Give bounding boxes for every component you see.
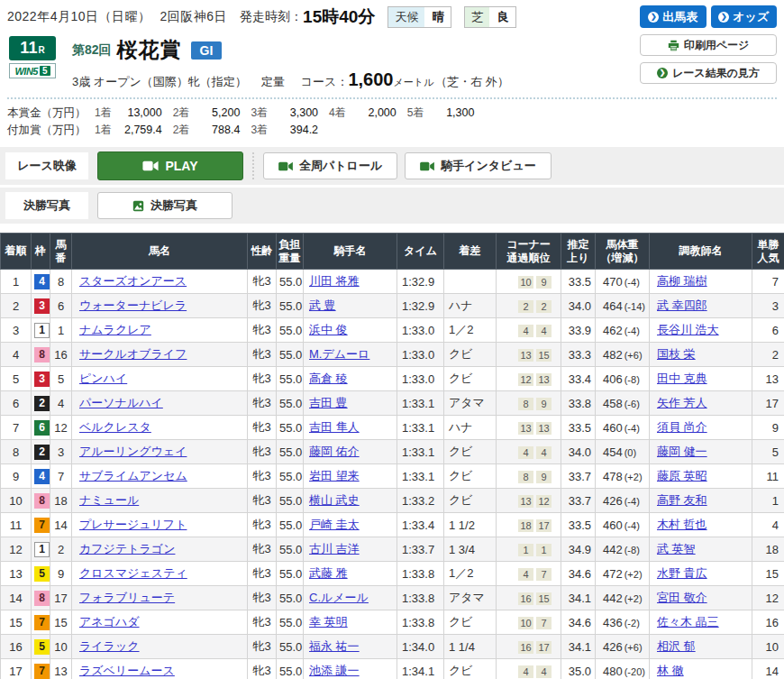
trainer-link[interactable]: 相沢 郁 — [657, 639, 696, 653]
popularity-cell: 4 — [752, 513, 784, 537]
jockey-link[interactable]: 古川 吉洋 — [309, 542, 360, 555]
jockey-link[interactable]: 池添 謙一 — [309, 664, 360, 677]
margin-cell: クビ — [444, 367, 497, 391]
trainer-link[interactable]: 水野 貴広 — [657, 566, 707, 580]
sex-age-cell: 牝3 — [248, 440, 277, 464]
jockey-link[interactable]: 浜中 俊 — [309, 323, 348, 336]
race-title-block: 第82回 桜花賞 GI 3歳 オープン（国際）牝（指定） 定量 コース： 1,6… — [72, 36, 509, 90]
horse-name-link[interactable]: アルーリングウェイ — [79, 445, 187, 458]
body-weight-value: 458 — [603, 397, 623, 410]
horse-name-link[interactable]: ピンハイ — [79, 372, 127, 385]
horse-name-link[interactable]: クロスマジェスティ — [79, 566, 187, 580]
jockey-link[interactable]: 幸 英明 — [309, 615, 348, 629]
trainer-link[interactable]: 高野 友和 — [657, 493, 707, 507]
body-weight-value: 480 — [603, 665, 623, 678]
results-tbody: 1 4 8 スターズオンアース 牝3 55.0 川田 将雅 1:32.9 109… — [1, 270, 784, 679]
play-video-button[interactable]: PLAY — [97, 151, 243, 180]
patrol-video-button[interactable]: 全周パトロール — [263, 152, 397, 179]
last3f-cell: 33.5 — [561, 513, 596, 537]
horse-name-link[interactable]: サブライムアンセム — [79, 469, 187, 482]
horse-name-link[interactable]: カフジテトラゴン — [79, 542, 175, 555]
corner-position: 9 — [536, 398, 552, 410]
popularity-cell: 2 — [752, 343, 784, 367]
trainer-link[interactable]: 林 徹 — [657, 664, 684, 677]
trainer-link[interactable]: 国枝 栄 — [657, 347, 696, 361]
finish-photo-button[interactable]: 決勝写真 — [97, 192, 232, 219]
start-time-value: 15時40分 — [303, 5, 375, 29]
body-weight-cell: 460(-4) — [596, 513, 650, 537]
trainer-link[interactable]: 藤原 英昭 — [657, 469, 707, 482]
jockey-link[interactable]: 武 豊 — [309, 298, 336, 312]
corner-position: 15 — [536, 349, 552, 362]
jockey-cell: 福永 祐一 — [304, 635, 397, 659]
trainer-link[interactable]: 武 英智 — [657, 542, 696, 555]
frame-cell: 3 — [32, 294, 50, 318]
horse-name-cell: サブライムアンセム — [72, 464, 248, 489]
horse-number-cell: 1 — [50, 318, 72, 343]
horse-name-link[interactable]: サークルオブライフ — [79, 347, 187, 361]
weight-cell: 55.0 — [277, 318, 304, 343]
horse-name-link[interactable]: ベルクレスタ — [79, 420, 151, 434]
trainer-link[interactable]: 須貝 尚介 — [657, 420, 707, 434]
jockey-link[interactable]: 吉田 隼人 — [309, 420, 360, 434]
trainer-link[interactable]: 武 幸四郎 — [657, 298, 707, 312]
weight-cell: 55.0 — [277, 635, 304, 659]
print-page-button[interactable]: 印刷用ページ — [640, 34, 777, 56]
body-weight-cell: 460(-4) — [596, 416, 650, 440]
horse-name-link[interactable]: アネゴハダ — [79, 615, 140, 629]
horse-name-link[interactable]: プレサージュリフト — [79, 518, 187, 531]
body-weight-cell: 426(-4) — [596, 489, 650, 513]
corner-order-cell: 11 — [497, 537, 561, 562]
horse-name-link[interactable]: ラズベリームース — [79, 664, 175, 677]
corner-position: 12 — [536, 495, 552, 508]
win5-logo: WIN5 — [14, 66, 38, 77]
trainer-link[interactable]: 藤岡 健一 — [657, 445, 707, 458]
frame-badge: 7 — [34, 664, 50, 679]
rank-cell: 12 — [1, 537, 32, 562]
race-number-badge: 11 R — [9, 36, 56, 60]
jockey-cell: 池添 謙一 — [304, 659, 397, 679]
jockey-link[interactable]: 福永 祐一 — [309, 639, 360, 653]
trainer-link[interactable]: 木村 哲也 — [657, 518, 707, 531]
horse-name-link[interactable]: パーソナルハイ — [79, 396, 163, 409]
trainer-link[interactable]: 長谷川 浩大 — [657, 323, 719, 336]
jockey-link[interactable]: 川田 将雅 — [309, 274, 360, 288]
trainer-link[interactable]: 宮田 敬介 — [657, 591, 707, 604]
result-guide-button[interactable]: ❯ レース結果の見方 — [640, 62, 777, 84]
jockey-link[interactable]: C.ルメール — [309, 591, 369, 604]
prize-value: 1,300 — [424, 106, 474, 119]
horse-name-link[interactable]: ライラック — [79, 639, 140, 653]
horse-name-link[interactable]: ナミュール — [79, 493, 139, 507]
trainer-cell: 須貝 尚介 — [650, 416, 752, 440]
trainer-link[interactable]: 高柳 瑞樹 — [657, 274, 707, 288]
jockey-link[interactable]: 高倉 稜 — [309, 372, 348, 385]
horse-name-link[interactable]: フォラブリューテ — [79, 591, 175, 604]
horse-name-link[interactable]: ウォーターナビレラ — [79, 298, 187, 312]
horse-name-link[interactable]: ナムラクレア — [79, 323, 151, 336]
header-margin: 着差 — [444, 234, 497, 270]
jockey-link[interactable]: 武藤 雅 — [309, 566, 348, 580]
corner-order-cell: 1312 — [497, 489, 561, 513]
jockey-cell: 藤岡 佑介 — [304, 440, 397, 464]
odds-button[interactable]: ❯ オッズ — [711, 5, 778, 28]
margin-cell: クビ — [444, 464, 497, 489]
jockey-link[interactable]: 横山 武史 — [309, 493, 360, 507]
trainer-link[interactable]: 田中 克典 — [657, 372, 707, 385]
table-row: 12 1 2 カフジテトラゴン 牝3 55.0 古川 吉洋 1:33.7 1 3… — [1, 537, 784, 562]
entries-button[interactable]: ❯ 出馬表 — [640, 5, 707, 28]
body-weight-value: 460 — [603, 518, 623, 532]
trainer-link[interactable]: 矢作 芳人 — [657, 396, 707, 409]
jockey-link[interactable]: M.デムーロ — [309, 347, 369, 361]
jockey-interview-button[interactable]: 騎手インタビュー — [405, 152, 552, 179]
jockey-link[interactable]: 戸崎 圭太 — [309, 518, 360, 531]
weight-cell: 55.0 — [277, 343, 304, 367]
course-distance-unit: メートル — [393, 76, 433, 89]
weather-value: 晴 — [424, 7, 451, 27]
jockey-link[interactable]: 藤岡 佑介 — [309, 445, 360, 458]
table-row: 16 5 10 ライラック 牝3 55.0 福永 祐一 1:34.0 1 1/4… — [1, 635, 784, 659]
horse-name-link[interactable]: スターズオンアース — [79, 274, 187, 288]
jockey-link[interactable]: 岩田 望来 — [309, 469, 360, 482]
trainer-link[interactable]: 佐々木 晶三 — [657, 615, 719, 629]
trainer-cell: 武 英智 — [650, 537, 752, 562]
jockey-link[interactable]: 吉田 豊 — [309, 396, 348, 409]
